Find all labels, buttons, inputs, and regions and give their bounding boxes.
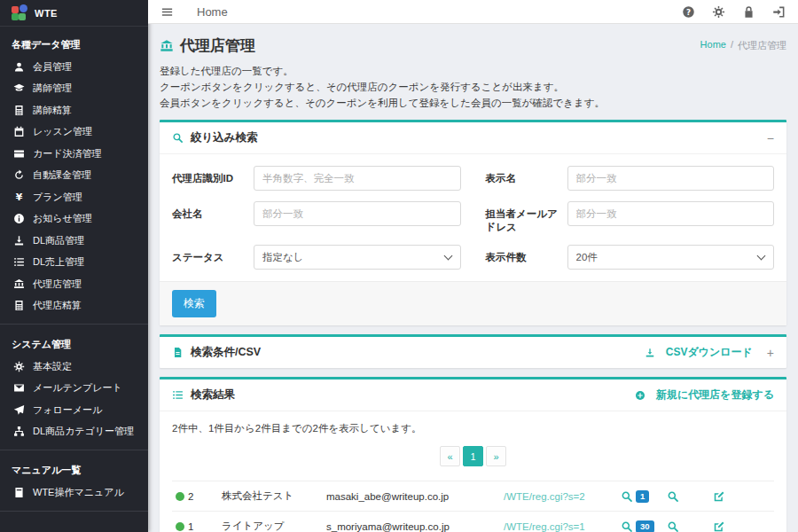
agency-registration-url-link[interactable]: /WTE/reg.cgi?s=2 bbox=[504, 491, 621, 502]
help-icon[interactable] bbox=[682, 5, 695, 19]
breadcrumb-current: 代理店管理 bbox=[738, 39, 786, 52]
sidebar-item-card-payments[interactable]: カード決済管理 bbox=[0, 143, 148, 165]
results-panel: 検索結果 新規に代理店を登録する 2件中、1件目から2件目までの2件を表示してい… bbox=[160, 377, 786, 532]
agency-email: masaki_abe@writeup.co.jp bbox=[326, 491, 504, 502]
sidebar-item-label: 会員管理 bbox=[33, 60, 72, 74]
sidebar-item-members[interactable]: 会員管理 bbox=[0, 56, 148, 78]
sidebar: WTE 各種データ管理会員管理講師管理講師精算レッスン管理カード決済管理自動課金… bbox=[0, 0, 148, 532]
sidebar-item-agencies[interactable]: 代理店管理 bbox=[0, 273, 148, 295]
display-name-label: 表示名 bbox=[486, 166, 567, 185]
sidebar-item-label: 講師精算 bbox=[33, 104, 72, 117]
sidebar-item-plans[interactable]: プラン管理 bbox=[0, 186, 148, 208]
mail-icon bbox=[13, 382, 25, 394]
agency-registration-url-link[interactable]: /WTE/reg.cgi?s=1 bbox=[504, 521, 621, 532]
status-select[interactable]: 指定なし bbox=[254, 245, 461, 270]
sidebar-divider bbox=[0, 324, 148, 325]
menu-icon[interactable] bbox=[160, 5, 174, 19]
sidebar-item-label: お知らせ管理 bbox=[33, 212, 92, 225]
breadcrumb-home-link[interactable]: Home bbox=[700, 39, 726, 52]
pagination: « 1 » bbox=[172, 446, 774, 466]
sidebar-item-dl-product-categories[interactable]: DL商品カテゴリー管理 bbox=[0, 421, 148, 443]
sidebar-item-basic-settings[interactable]: 基本設定 bbox=[0, 356, 148, 378]
table-row: 2株式会社テストmasaki_abe@writeup.co.jp/WTE/reg… bbox=[172, 481, 774, 511]
sidebar-item-mail-templates[interactable]: メールテンプレート bbox=[0, 378, 148, 400]
info-circle-icon bbox=[13, 213, 25, 224]
search-panel-title: 絞り込み検索 bbox=[191, 130, 258, 145]
agency-id-label: 代理店識別ID bbox=[172, 166, 254, 185]
member-count-badge: 30 bbox=[636, 520, 654, 532]
sidebar-divider bbox=[0, 511, 148, 512]
edit-agency-button[interactable] bbox=[713, 520, 771, 532]
bank-icon bbox=[160, 39, 174, 53]
edit-agency-button[interactable] bbox=[713, 490, 771, 503]
app-logo[interactable]: WTE bbox=[0, 0, 148, 27]
sidebar-item-label: フォローメール bbox=[33, 403, 102, 417]
sidebar-item-teachers[interactable]: 講師管理 bbox=[0, 78, 148, 100]
status-label: ステータス bbox=[172, 245, 254, 264]
per-page-select[interactable]: 20件 bbox=[567, 245, 775, 270]
topbar: Home bbox=[148, 0, 798, 24]
sidebar-item-label: プラン管理 bbox=[33, 191, 82, 204]
lock-icon[interactable] bbox=[742, 5, 755, 19]
agency-email: s_moriyama@writeup.co.jp bbox=[326, 521, 504, 532]
csv-download-link[interactable]: CSVダウンロード bbox=[645, 345, 753, 360]
sidebar-item-label: WTE操作マニュアル bbox=[33, 486, 124, 499]
company-name-label: 会社名 bbox=[172, 201, 254, 221]
sidebar-item-label: 代理店管理 bbox=[33, 278, 82, 291]
sidebar-divider bbox=[0, 450, 148, 450]
pagination-prev-button[interactable]: « bbox=[440, 446, 460, 466]
members-search-button[interactable]: 1 bbox=[621, 490, 667, 503]
pagination-page-1[interactable]: 1 bbox=[463, 446, 483, 466]
sidebar-section-title: 各種データ管理 bbox=[0, 27, 148, 56]
sidebar-item-agency-settlement[interactable]: 代理店精算 bbox=[0, 295, 148, 317]
topbar-title[interactable]: Home bbox=[197, 5, 228, 19]
search-icon bbox=[667, 490, 679, 503]
coupon-search-button[interactable] bbox=[667, 520, 713, 532]
wte-logo-icon bbox=[12, 5, 27, 20]
search-icon bbox=[172, 132, 184, 144]
status-active-dot bbox=[176, 492, 184, 501]
sidebar-item-lessons[interactable]: レッスン管理 bbox=[0, 121, 148, 144]
sidebar-item-label: 代理店精算 bbox=[33, 299, 82, 312]
agency-id-input[interactable] bbox=[254, 166, 461, 191]
agency-company-name: 株式会社テスト bbox=[222, 489, 326, 503]
search-button[interactable]: 検索 bbox=[172, 290, 216, 317]
settings-icon[interactable] bbox=[712, 5, 725, 19]
display-name-input[interactable] bbox=[567, 166, 775, 191]
search-panel: 絞り込み検索 − 代理店識別ID 表示名 会社名 bbox=[160, 120, 786, 325]
calculator-icon bbox=[13, 105, 25, 116]
sitemap-icon bbox=[13, 426, 25, 437]
logout-icon[interactable] bbox=[772, 5, 786, 19]
csv-panel: 検索条件/CSV CSVダウンロード + bbox=[160, 334, 786, 368]
sidebar-item-news[interactable]: お知らせ管理 bbox=[0, 208, 148, 231]
sidebar-section-title: システム管理 bbox=[0, 326, 148, 356]
table-row: 1ライトアップs_moriyama@writeup.co.jp/WTE/reg.… bbox=[172, 511, 774, 532]
sidebar-item-wte-manual[interactable]: WTE操作マニュアル bbox=[0, 481, 148, 504]
breadcrumb-separator: / bbox=[731, 39, 733, 52]
sidebar-item-auto-billing[interactable]: 自動課金管理 bbox=[0, 165, 148, 187]
register-agency-link[interactable]: 新規に代理店を登録する bbox=[635, 387, 774, 403]
calendar-icon bbox=[13, 126, 25, 137]
pagination-next-button[interactable]: » bbox=[486, 446, 506, 466]
bank-icon bbox=[13, 278, 25, 290]
sidebar-item-dl-sales[interactable]: DL売上管理 bbox=[0, 252, 148, 274]
sidebar-item-label: 講師管理 bbox=[33, 82, 72, 95]
company-name-input[interactable] bbox=[254, 201, 461, 226]
expand-panel-button[interactable]: + bbox=[767, 347, 774, 359]
results-summary: 2件中、1件目から2件目までの2件を表示しています。 bbox=[172, 422, 774, 435]
results-table: 2株式会社テストmasaki_abe@writeup.co.jp/WTE/reg… bbox=[172, 481, 774, 532]
coupon-search-button[interactable] bbox=[667, 490, 713, 503]
page-title: 代理店管理 bbox=[160, 35, 255, 56]
sidebar-item-follow-mail[interactable]: フォローメール bbox=[0, 399, 148, 421]
grad-cap-icon bbox=[13, 82, 25, 94]
sidebar-item-dl-products[interactable]: DL商品管理 bbox=[0, 230, 148, 252]
collapse-panel-button[interactable]: − bbox=[767, 132, 774, 145]
manager-email-input[interactable] bbox=[567, 201, 775, 226]
sidebar-item-label: DL売上管理 bbox=[33, 255, 84, 269]
members-search-button[interactable]: 30 bbox=[621, 520, 667, 532]
list-icon bbox=[172, 389, 184, 401]
sidebar-item-teacher-settlement[interactable]: 講師精算 bbox=[0, 99, 148, 121]
status-active-dot bbox=[176, 522, 184, 531]
search-icon bbox=[621, 490, 633, 503]
sidebar-section-title: マニュアル一覧 bbox=[0, 452, 148, 481]
